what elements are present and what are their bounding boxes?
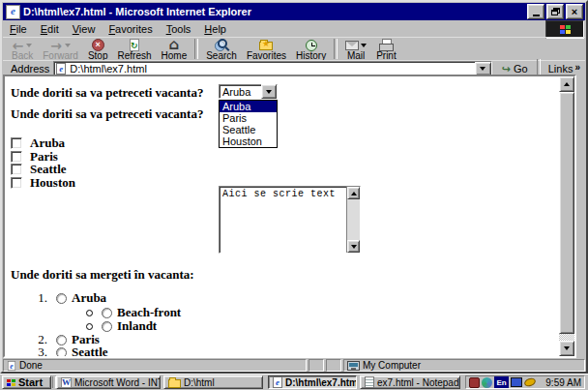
start-button[interactable]: Start	[2, 375, 51, 389]
scroll-up-button[interactable]	[559, 76, 574, 92]
chevron-right-icon: »	[574, 62, 580, 73]
close-button[interactable]: ×	[566, 4, 583, 19]
scroll-down-button[interactable]	[347, 240, 360, 253]
circle-bullet-icon	[86, 323, 93, 330]
refresh-icon	[130, 39, 139, 51]
home-button[interactable]: Home	[157, 39, 192, 61]
window-title: D:\html\ex7.html - Microsoft Internet Ex…	[23, 6, 527, 17]
question-3: Unde doriti sa mergeti în vacanta:	[11, 267, 194, 283]
checkbox-paris[interactable]	[11, 151, 22, 163]
notepad-icon	[365, 376, 374, 388]
taskbar-folder-button[interactable]: D:\html	[163, 375, 263, 389]
history-button[interactable]: History	[291, 39, 331, 61]
browser-viewport: Unde doriti sa va petreceti vacanta? Aru…	[3, 75, 576, 358]
close-icon: ×	[572, 7, 577, 16]
history-icon	[306, 39, 317, 51]
search-icon	[215, 39, 228, 51]
address-dropdown-button[interactable]	[475, 62, 491, 75]
tray-display-icon[interactable]	[511, 377, 522, 387]
address-label: Address	[11, 63, 49, 75]
favorites-button[interactable]: ★ Favorites	[242, 39, 291, 61]
scrollbar-thumb[interactable]	[559, 92, 574, 334]
status-text: Done	[19, 360, 43, 371]
radio-seattle[interactable]	[56, 347, 67, 358]
taskbar-ie-button[interactable]: D:\html\ex7.html -...	[268, 375, 357, 389]
status-pane-small	[309, 359, 324, 372]
tray-app-icon[interactable]	[469, 377, 480, 388]
option-aruba[interactable]: Aruba	[220, 101, 277, 112]
address-url: D:\html\ex7.html	[70, 63, 146, 75]
radio-paris[interactable]	[56, 335, 67, 345]
menu-favorites[interactable]: Favorites	[102, 22, 159, 36]
page-icon	[56, 63, 66, 75]
print-icon	[379, 39, 394, 51]
titlebar[interactable]: D:\html\ex7.html - Microsoft Internet Ex…	[3, 3, 585, 20]
toolbar-separator	[334, 39, 338, 59]
select-open-list: Aruba Paris Seattle Houston	[219, 100, 278, 148]
status-pane: Done	[3, 359, 307, 372]
toolbar-separator	[194, 39, 198, 59]
tray-app-icon[interactable]	[523, 376, 537, 388]
zone-text: My Computer	[363, 360, 421, 371]
list-item: 1. Aruba	[34, 291, 106, 305]
comment-textarea[interactable]: Aici se scrie text	[219, 186, 361, 254]
option-seattle[interactable]: Seattle	[220, 124, 277, 135]
system-tray: En 9:59 AM	[465, 375, 585, 389]
print-button[interactable]: Print	[371, 39, 401, 61]
search-button[interactable]: Search	[201, 39, 242, 61]
radio-aruba[interactable]	[56, 293, 67, 304]
menu-tools[interactable]: Tools	[160, 22, 198, 36]
keyboard-language-indicator[interactable]: En	[494, 376, 509, 388]
minimize-icon	[533, 15, 540, 16]
select-value: Aruba	[220, 86, 261, 98]
select-dropdown-button[interactable]	[261, 84, 277, 99]
taskbar-word-button[interactable]: Microsoft Word - INTR...	[56, 375, 161, 389]
question-1: Unde doriti sa va petreceti vacanta?	[11, 85, 203, 101]
word-icon	[61, 377, 72, 388]
list-subitem: Inlandt	[86, 319, 157, 333]
option-houston[interactable]: Houston	[220, 135, 277, 147]
taskbar: Start Microsoft Word - INTR... D:\html D…	[0, 374, 588, 390]
security-zone-pane: My Computer	[343, 359, 585, 372]
stop-button[interactable]: Stop	[83, 39, 113, 61]
menu-help[interactable]: Help	[197, 22, 233, 36]
checkbox-row: Aruba	[11, 136, 65, 150]
page-scrollbar[interactable]	[559, 76, 574, 356]
radio-inlandt[interactable]	[102, 321, 112, 332]
tray-app-icon[interactable]	[482, 377, 492, 388]
list-subitem: Beach-front	[86, 306, 181, 319]
textarea-scrollbar[interactable]	[346, 187, 360, 253]
screen: D:\html\ex7.html - Microsoft Internet Ex…	[0, 0, 588, 390]
restore-icon	[551, 8, 560, 15]
checkbox-aruba[interactable]	[11, 137, 22, 149]
minimize-button[interactable]	[527, 4, 544, 19]
option-paris[interactable]: Paris	[220, 112, 277, 124]
checkbox-row: Seattle	[11, 163, 67, 176]
refresh-button[interactable]: Refresh	[113, 39, 157, 61]
scroll-down-button[interactable]	[559, 341, 574, 356]
back-button[interactable]: ← Back	[7, 39, 38, 61]
menu-file[interactable]: File	[3, 22, 34, 36]
document-icon	[8, 360, 16, 370]
checkbox-houston[interactable]	[11, 177, 22, 189]
windows-flag-icon	[560, 25, 571, 34]
menu-view[interactable]: View	[66, 22, 103, 36]
toolbar: ← Back → Forward Stop Refresh Home	[3, 37, 585, 60]
ie-window: D:\html\ex7.html - Microsoft Internet Ex…	[0, 0, 588, 374]
scroll-up-button[interactable]	[347, 187, 360, 199]
go-icon	[502, 63, 511, 75]
checkbox-seattle[interactable]	[11, 164, 22, 175]
radio-beach-front[interactable]	[102, 308, 112, 318]
checkbox-row: Houston	[11, 176, 75, 190]
mail-button[interactable]: Mail	[340, 39, 371, 61]
menubar: File Edit View Favorites Tools Help	[3, 21, 585, 37]
taskbar-notepad-button[interactable]: ex7.html - Notepad	[360, 375, 460, 389]
circle-bullet-icon	[86, 310, 93, 316]
forward-button[interactable]: → Forward	[38, 39, 83, 61]
ie-window-icon	[6, 5, 20, 19]
folder-icon	[168, 379, 181, 388]
windows-flag-icon	[7, 379, 15, 386]
vacation-select[interactable]: Aruba	[219, 84, 278, 99]
menu-edit[interactable]: Edit	[34, 22, 66, 36]
restore-button[interactable]	[546, 4, 564, 19]
